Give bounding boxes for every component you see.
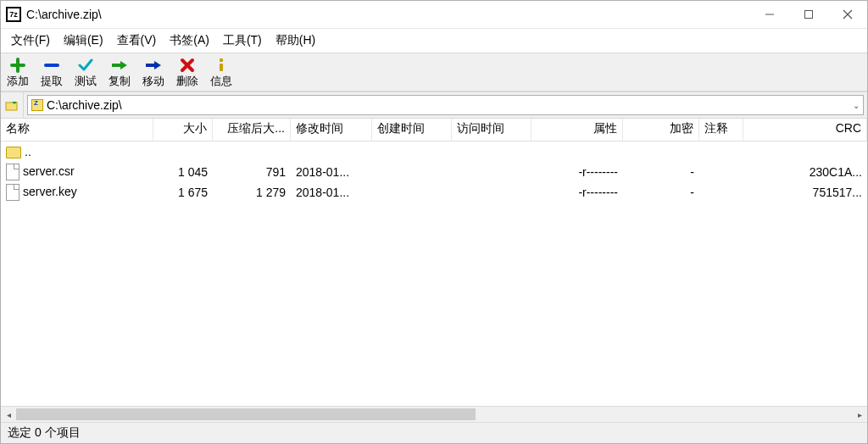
file-name: server.csr (23, 164, 75, 178)
col-header-size[interactable]: 大小 (153, 119, 213, 141)
delete-x-icon (180, 57, 195, 74)
window-title: C:\archive.zip\ (26, 8, 102, 21)
statusbar: 选定 0 个项目 (1, 422, 867, 443)
file-packed-size: 791 (213, 165, 291, 179)
parent-dir-row[interactable]: .. (1, 142, 867, 162)
parent-dir-label: .. (25, 145, 31, 158)
address-path: C:\archive.zip\ (47, 98, 122, 112)
file-enc: - (623, 165, 699, 179)
file-row[interactable]: server.key1 6751 2792018-01...-r--------… (1, 182, 867, 203)
file-attr: -r-------- (531, 165, 623, 179)
col-header-atime[interactable]: 访问时间 (452, 119, 531, 141)
file-size: 1 675 (153, 186, 213, 199)
col-header-ctime[interactable]: 创建时间 (372, 119, 452, 141)
scroll-thumb[interactable] (16, 408, 476, 420)
file-enc: - (623, 186, 699, 199)
move-arrow-icon (145, 57, 162, 74)
folder-up-icon (5, 98, 19, 112)
close-button[interactable] (828, 1, 867, 28)
maximize-button[interactable] (789, 1, 828, 28)
minus-icon (44, 57, 59, 74)
up-one-level-button[interactable] (1, 92, 24, 118)
minimize-button[interactable] (750, 1, 789, 28)
svg-marker-10 (154, 61, 161, 69)
file-icon (6, 164, 19, 180)
extract-button[interactable]: 提取 (40, 57, 64, 89)
app-icon: 7z (6, 7, 21, 22)
file-row[interactable]: server.csr1 0457912018-01...-r---------2… (1, 162, 867, 182)
menu-help[interactable]: 帮助(H) (270, 31, 320, 50)
copy-button[interactable]: 复制 (108, 57, 131, 89)
copy-arrow-icon (111, 57, 128, 74)
svg-point-13 (220, 58, 223, 62)
scroll-right-button[interactable]: ▸ (852, 407, 867, 422)
menubar: 文件(F) 编辑(E) 查看(V) 书签(A) 工具(T) 帮助(H) (1, 29, 867, 53)
status-text: 选定 0 个项目 (8, 425, 81, 441)
file-attr: -r-------- (531, 186, 623, 199)
svg-rect-1 (805, 11, 813, 19)
svg-rect-9 (146, 64, 154, 67)
menu-tools[interactable]: 工具(T) (218, 31, 267, 50)
svg-marker-8 (120, 61, 127, 69)
delete-button[interactable]: 删除 (175, 57, 199, 89)
file-size: 1 045 (153, 165, 213, 179)
file-mtime: 2018-01... (291, 165, 372, 179)
plus-icon (10, 57, 25, 74)
menu-view[interactable]: 查看(V) (112, 31, 162, 50)
dropdown-chevron-icon[interactable]: ⌄ (853, 101, 860, 110)
scroll-left-button[interactable]: ◂ (1, 407, 16, 422)
col-header-enc[interactable]: 加密 (623, 119, 699, 141)
toolbar: 添加 提取 测试 复制 移动 (1, 53, 867, 92)
move-button[interactable]: 移动 (142, 57, 165, 89)
file-packed-size: 1 279 (213, 186, 291, 199)
menu-bookmarks[interactable]: 书签(A) (164, 31, 214, 50)
file-icon (6, 184, 19, 201)
address-input[interactable]: C:\archive.zip\ ⌄ (27, 95, 864, 115)
col-header-crc[interactable]: CRC (743, 119, 867, 141)
info-button[interactable]: 信息 (209, 57, 233, 89)
horizontal-scrollbar[interactable]: ◂ ▸ (1, 406, 867, 422)
col-header-packed[interactable]: 压缩后大... (213, 119, 291, 141)
addressbar: C:\archive.zip\ ⌄ (1, 92, 867, 119)
svg-rect-7 (112, 64, 120, 67)
add-button[interactable]: 添加 (6, 57, 30, 89)
file-list: 名称 大小 压缩后大... 修改时间 创建时间 访问时间 属性 加密 注释 CR… (1, 119, 867, 422)
col-header-comm[interactable]: 注释 (699, 119, 743, 141)
check-icon (78, 57, 93, 74)
col-header-attr[interactable]: 属性 (531, 119, 623, 141)
menu-file[interactable]: 文件(F) (6, 31, 55, 50)
col-header-mtime[interactable]: 修改时间 (291, 119, 372, 141)
col-header-name[interactable]: 名称 (1, 119, 153, 141)
svg-rect-14 (220, 64, 223, 71)
file-name: server.key (23, 185, 77, 198)
folder-icon (6, 147, 21, 158)
app-window: 7z C:\archive.zip\ 文件(F) 编辑(E) 查看(V) 书签(… (0, 0, 868, 444)
file-crc: 230C1A... (743, 165, 867, 179)
file-crc: 751517... (743, 186, 867, 199)
svg-rect-15 (6, 103, 17, 110)
test-button[interactable]: 测试 (74, 57, 97, 89)
file-list-body[interactable]: .. server.csr1 0457912018-01...-r-------… (1, 142, 867, 406)
scroll-track[interactable] (16, 407, 852, 422)
archive-icon (31, 99, 43, 111)
menu-edit[interactable]: 编辑(E) (58, 31, 108, 50)
file-mtime: 2018-01... (291, 186, 372, 199)
titlebar: 7z C:\archive.zip\ (1, 1, 867, 29)
info-icon (214, 57, 229, 74)
file-list-header: 名称 大小 压缩后大... 修改时间 创建时间 访问时间 属性 加密 注释 CR… (1, 119, 867, 142)
